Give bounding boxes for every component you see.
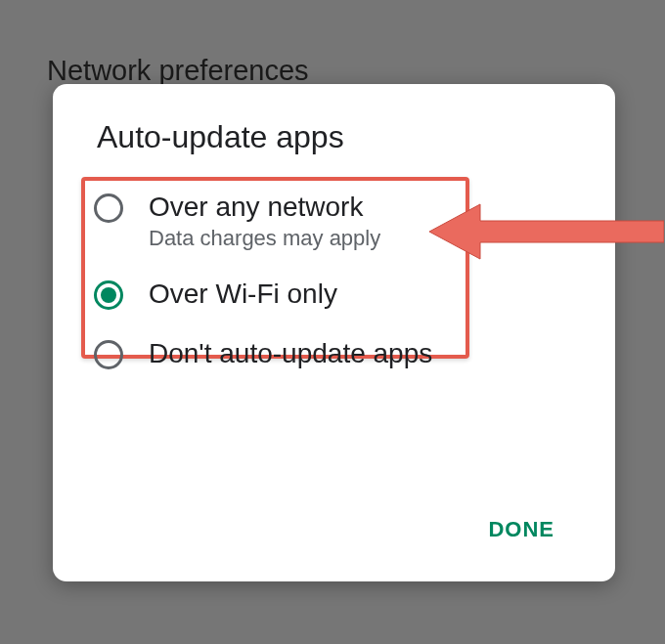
radio-label: Over Wi-Fi only bbox=[149, 277, 337, 311]
background-page-title: Network preferences bbox=[47, 55, 309, 87]
radio-label: Don't auto-update apps bbox=[149, 336, 432, 370]
radio-option-any-network[interactable]: Over any network Data charges may apply bbox=[94, 190, 573, 251]
radio-inner-dot bbox=[101, 287, 116, 303]
radio-icon bbox=[94, 193, 123, 223]
radio-option-wifi-only[interactable]: Over Wi-Fi only bbox=[94, 277, 573, 311]
radio-text: Over Wi-Fi only bbox=[149, 277, 337, 311]
radio-icon bbox=[94, 340, 123, 369]
radio-option-dont-update[interactable]: Don't auto-update apps bbox=[94, 336, 573, 370]
radio-label: Over any network bbox=[149, 190, 380, 224]
dialog-title: Auto-update apps bbox=[97, 119, 344, 155]
radio-text: Over any network Data charges may apply bbox=[149, 190, 380, 251]
done-button[interactable]: DONE bbox=[476, 509, 566, 550]
radio-text: Don't auto-update apps bbox=[149, 336, 432, 370]
radio-group: Over any network Data charges may apply … bbox=[94, 190, 573, 396]
auto-update-dialog: Auto-update apps Over any network Data c… bbox=[53, 84, 615, 581]
radio-sublabel: Data charges may apply bbox=[149, 226, 380, 251]
radio-icon-selected bbox=[94, 280, 123, 310]
